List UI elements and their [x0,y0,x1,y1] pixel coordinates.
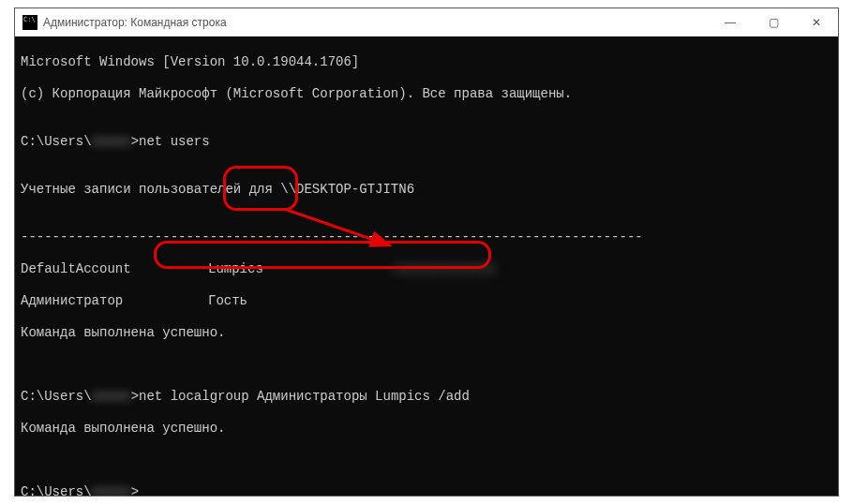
success-2: Команда выполнена успешно. [21,421,832,437]
col-b: Гость [208,293,247,308]
col-a: DefaultAccount [21,261,208,277]
window-controls: — ▢ ✕ [709,8,838,37]
separator: ----------------------------------------… [21,230,832,245]
cmd-icon [22,15,37,30]
censored-user: xxxxx [92,134,131,150]
user-row-2: АдминистраторГость [21,293,832,309]
accounts-header: Учетные записи пользователей для \\DESKT… [21,182,832,198]
prompt-line-3: C:\Users\xxxxx> [21,484,832,500]
censored-account: xxxxxxxxxxxxx [394,261,496,277]
prompt-line-2: C:\Users\xxxxx>net localgroup Администра… [21,389,832,405]
prompt-prefix: C:\Users\ [21,484,92,499]
prompt-prefix: C:\Users\ [21,389,92,404]
cmd-window: Администратор: Командная строка — ▢ ✕ Mi… [14,7,839,497]
censored-user: xxxxx [92,484,131,500]
col-a: Администратор [21,293,208,309]
window-title: Администратор: Командная строка [43,16,227,29]
maximize-button[interactable]: ▢ [752,8,795,37]
minimize-button[interactable]: — [709,8,752,37]
close-button[interactable]: ✕ [795,8,838,37]
line-version: Microsoft Windows [Version 10.0.19044.17… [21,54,832,70]
line-copyright: (c) Корпорация Майкрософт (Microsoft Cor… [21,86,832,102]
titlebar: Администратор: Командная строка — ▢ ✕ [15,8,838,37]
prompt-gt: > [131,389,139,404]
prompt-gt: > [131,484,139,499]
prompt-prefix: C:\Users\ [21,134,92,149]
censored-user: xxxxx [92,389,131,405]
command-1: net users [139,134,210,149]
terminal-output[interactable]: Microsoft Windows [Version 10.0.19044.17… [15,37,838,496]
command-2: net localgroup Администраторы Lumpics /a… [139,389,470,404]
col-b: Lumpics [208,261,394,277]
prompt-gt: > [131,134,139,149]
success-1: Команда выполнена успешно. [21,325,832,341]
prompt-line-1: C:\Users\xxxxx>net users [21,134,832,150]
user-row-1: DefaultAccountLumpicsxxxxxxxxxxxxx [21,261,832,277]
